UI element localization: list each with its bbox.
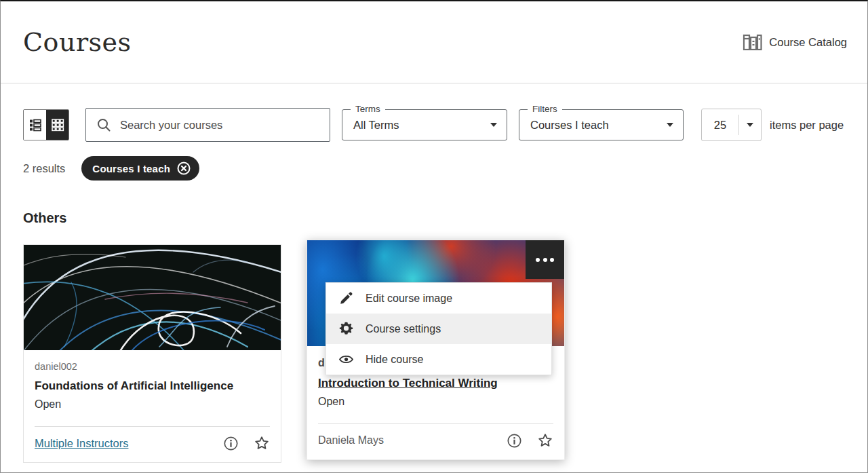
course-title-link[interactable]: Foundations of Artificial Intelligence xyxy=(35,377,233,394)
card-more-options-button[interactable] xyxy=(526,240,564,279)
favorite-star-button[interactable] xyxy=(537,432,553,449)
course-catalog-link[interactable]: Course Catalog xyxy=(742,32,847,53)
page-header: Courses Course Catalog xyxy=(1,1,867,83)
course-status: Open xyxy=(318,393,553,411)
list-view-icon xyxy=(28,117,43,132)
filters-select[interactable]: Filters Courses I teach xyxy=(519,109,684,140)
ellipsis-icon xyxy=(536,258,540,262)
chevron-down-icon xyxy=(490,123,497,127)
course-id: daniel002 xyxy=(35,359,270,374)
list-view-button[interactable] xyxy=(24,110,46,140)
chevron-down-icon xyxy=(667,123,673,127)
items-per-page-label: items per page xyxy=(770,119,844,132)
chevron-down-icon xyxy=(747,123,753,127)
card-context-menu: Edit course image Course settings xyxy=(326,282,552,375)
menu-item-label: Course settings xyxy=(366,323,441,335)
content-area: Terms All Terms Filters Courses I teach … xyxy=(1,108,867,463)
course-status: Open xyxy=(35,396,270,413)
page-size-value: 25 xyxy=(702,119,738,132)
remove-filter-icon[interactable] xyxy=(176,161,191,176)
menu-item-edit-course-image[interactable]: Edit course image xyxy=(326,283,551,314)
course-info-button[interactable] xyxy=(223,436,239,451)
results-row: 2 results Courses I teach xyxy=(23,156,847,181)
search-box xyxy=(85,108,330,142)
page-title: Courses xyxy=(23,27,132,57)
filters-label: Filters xyxy=(528,104,562,114)
star-icon xyxy=(254,435,270,451)
course-info-button[interactable] xyxy=(507,433,522,449)
eye-icon xyxy=(338,352,354,367)
card-footer: Daniela Mays xyxy=(307,424,564,459)
toolbar: Terms All Terms Filters Courses I teach … xyxy=(23,108,847,142)
books-icon xyxy=(742,32,763,53)
course-card-foundations-ai: daniel002 Foundations of Artificial Inte… xyxy=(23,244,281,463)
terms-select[interactable]: Terms All Terms xyxy=(342,109,507,140)
info-icon xyxy=(507,433,522,449)
favorite-star-button[interactable] xyxy=(254,435,270,451)
search-icon xyxy=(96,117,112,133)
page-size-select[interactable]: 25 xyxy=(701,109,762,141)
courses-page: Courses Course Catalog xyxy=(0,0,868,473)
view-toggle xyxy=(23,109,69,140)
multiple-instructors-link[interactable]: Multiple Instructors xyxy=(35,437,128,450)
grid-view-icon xyxy=(50,117,65,132)
instructor-name: Daniela Mays xyxy=(318,434,384,447)
results-count: 2 results xyxy=(23,162,65,175)
search-input[interactable] xyxy=(120,119,320,132)
menu-item-course-settings[interactable]: Course settings xyxy=(326,314,551,344)
terms-label: Terms xyxy=(351,104,385,114)
card-body: daniel002 Foundations of Artificial Inte… xyxy=(24,350,281,415)
grid-view-button[interactable] xyxy=(46,110,68,140)
course-catalog-label: Course Catalog xyxy=(769,36,847,49)
course-title-link[interactable]: Introduction to Technical Writing xyxy=(318,375,498,392)
info-icon xyxy=(223,436,239,451)
filters-value: Courses I teach xyxy=(530,119,658,132)
pencil-icon xyxy=(338,290,354,306)
section-heading-others: Others xyxy=(23,210,847,226)
course-card-list: daniel002 Foundations of Artificial Inte… xyxy=(23,244,847,463)
gear-icon xyxy=(338,321,354,337)
menu-item-label: Hide course xyxy=(366,354,423,366)
menu-item-label: Edit course image xyxy=(366,292,452,305)
star-icon xyxy=(537,432,553,449)
course-image xyxy=(24,245,281,350)
course-card-technical-writing: d Introduction to Technical Writing Open… xyxy=(307,240,565,460)
menu-item-hide-course[interactable]: Hide course xyxy=(326,344,551,375)
terms-value: All Terms xyxy=(353,119,482,132)
filter-chip-label: Courses I teach xyxy=(92,163,170,174)
card-footer: Multiple Instructors xyxy=(24,427,281,462)
filter-chip-courses-i-teach[interactable]: Courses I teach xyxy=(81,156,199,181)
